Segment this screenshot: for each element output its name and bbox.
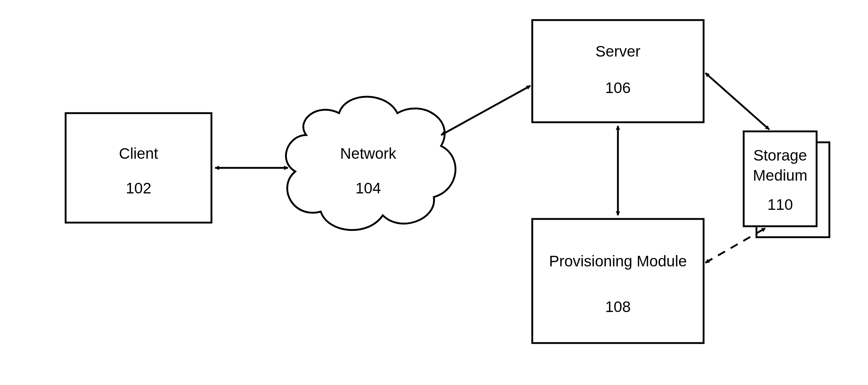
provisioning-ref: 108 xyxy=(605,298,631,315)
storage-node: Storage Medium 110 xyxy=(744,131,829,237)
server-node: Server 106 xyxy=(532,20,704,122)
storage-ref: 110 xyxy=(767,196,793,213)
svg-rect-1 xyxy=(532,20,704,122)
client-label: Client xyxy=(119,145,158,162)
network-ref: 104 xyxy=(355,180,381,197)
network-node: Network 104 xyxy=(286,97,455,230)
server-ref: 106 xyxy=(605,79,631,96)
network-label: Network xyxy=(340,145,397,162)
svg-rect-2 xyxy=(532,219,704,343)
svg-rect-0 xyxy=(66,113,211,223)
client-ref: 102 xyxy=(126,180,151,197)
client-node: Client 102 xyxy=(66,113,211,223)
edge-server-storage xyxy=(705,73,769,130)
edge-prov-storage xyxy=(705,228,766,263)
storage-label-1: Storage xyxy=(753,147,807,164)
server-label: Server xyxy=(595,43,641,60)
provisioning-label: Provisioning Module xyxy=(549,253,687,270)
storage-label-2: Medium xyxy=(753,167,807,184)
edge-network-server xyxy=(441,86,530,135)
provisioning-node: Provisioning Module 108 xyxy=(532,219,704,343)
